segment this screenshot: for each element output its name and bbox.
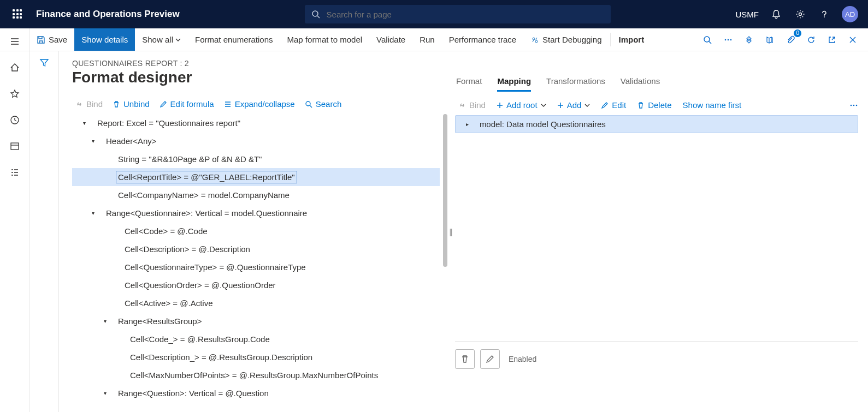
svg-point-6 [533,38,535,40]
edit-formula-label: Edit formula [170,99,214,109]
tree-node[interactable]: Cell<Code_> = @.ResultsGroup.Code [72,330,440,348]
list-icon [224,100,232,108]
tree-node[interactable]: Cell<Code> = @.Code [72,222,440,240]
save-label: Save [49,35,67,44]
global-search-input[interactable] [326,9,604,20]
tree-node[interactable]: Cell<ReportTitle> = @"GER_LABEL:ReportTi… [72,168,440,186]
nav-hamburger-icon[interactable] [4,31,26,52]
nav-workspaces-icon[interactable] [4,135,26,157]
map-icon[interactable] [760,28,780,51]
tree-node[interactable]: Cell<Active> = @.Active [72,294,440,312]
app-launcher-icon[interactable] [9,5,26,23]
avatar[interactable]: AD [842,6,858,22]
notifications-icon[interactable] [770,8,783,21]
tree-node[interactable]: Cell<QuestionOrder> = @.QuestionOrder [72,276,440,294]
property-delete-button[interactable] [455,349,475,369]
tree-node[interactable]: Cell<MaxNumberOfPoints> = @.ResultsGroup… [72,366,440,384]
tab-mapping[interactable]: Mapping [497,76,531,92]
attachments-icon[interactable]: 0 [781,28,800,51]
filter-icon[interactable] [39,58,49,412]
start-debug-label: Start Debugging [542,35,601,44]
tree-node[interactable]: Range<Questionnaire>: Vertical = model.Q… [72,204,440,222]
popout-icon[interactable] [822,28,842,51]
nav-favorites-icon[interactable] [4,83,26,105]
svg-line-9 [709,41,711,44]
tree-node[interactable]: Range<ResultsGroup> [72,312,440,330]
format-toolbar: Bind Unbind Edit formula Expand/collapse [72,96,447,114]
nav-home-icon[interactable] [4,57,26,79]
tree-node[interactable]: String = "&R&10Page &P of &N &D &T" [72,150,440,168]
tree-node[interactable]: Range<Question>: Vertical = @.Question [72,384,440,402]
global-search[interactable] [305,5,611,23]
performance-trace-button[interactable]: Performance trace [442,28,523,51]
edit-formula-button[interactable]: Edit formula [160,99,214,109]
format-tree[interactable]: Report: Excel = "Questionnaires report"H… [72,114,447,412]
tree-node[interactable]: Cell<Description_> = @.ResultsGroup.Desc… [72,348,440,366]
delete-icon [113,100,120,108]
caret-icon[interactable] [88,210,97,216]
settings-icon[interactable] [794,8,807,21]
show-details-label: Show details [81,35,128,44]
properties-bar: Enabled [455,341,858,412]
search-button[interactable]: Search [305,99,342,109]
company-label[interactable]: USMF [736,10,759,19]
tree-node-label: Range<ResultsGroup> [116,317,204,326]
add-root-button[interactable]: Add root [497,100,546,110]
mapping-toolbar: Bind Add root Add Edit [455,92,858,115]
plus-icon [497,102,503,109]
refresh-icon[interactable] [801,28,821,51]
tree-node[interactable]: Cell<QuestionnaireType> = @.Questionnair… [72,258,440,276]
diamond-icon[interactable] [739,28,759,51]
nav-modules-icon[interactable] [4,162,26,183]
caret-icon[interactable] [463,121,472,127]
delete-label: Delete [648,100,671,110]
datasource-tree[interactable]: model: Data model Questionnaires [455,115,858,341]
show-all-button[interactable]: Show all [135,28,188,51]
import-button[interactable]: Import [612,28,652,51]
svg-point-0 [312,11,318,16]
caret-icon[interactable] [80,120,88,126]
delete-button[interactable]: Delete [637,100,671,110]
run-button[interactable]: Run [412,28,442,51]
tree-node[interactable]: Cell<Description> = @.Description [72,240,440,258]
run-label: Run [420,35,435,44]
mapping-more-icon[interactable] [849,104,858,107]
svg-rect-5 [11,143,19,150]
search-action-icon[interactable] [698,28,717,51]
close-icon[interactable] [843,28,863,51]
show-name-label: Show name first [683,100,742,110]
unbind-button[interactable]: Unbind [113,99,150,109]
map-format-button[interactable]: Map format to model [280,28,370,51]
show-details-button[interactable]: Show details [74,28,135,51]
tree-node-label: Range<Questionnaire>: Vertical = model.Q… [104,208,309,218]
datasource-root-node[interactable]: model: Data model Questionnaires [455,115,858,133]
nav-recent-icon[interactable] [4,109,26,131]
tree-node[interactable]: Report: Excel = "Questionnaires report" [72,114,440,132]
svg-point-2 [799,13,802,16]
tab-transformations[interactable]: Transformations [546,76,605,92]
help-icon[interactable] [818,8,831,21]
tree-node[interactable]: Cell<CompanyName> = model.CompanyName [72,186,440,204]
edit-button[interactable]: Edit [601,100,626,110]
panel-splitter[interactable]: ‖ [447,51,455,412]
caret-icon[interactable] [88,138,97,144]
tab-validations[interactable]: Validations [621,76,660,92]
tab-format[interactable]: Format [456,76,482,92]
property-edit-button[interactable] [480,349,500,369]
start-debugging-button[interactable]: Start Debugging [523,28,609,51]
expand-collapse-button[interactable]: Expand/collapse [224,99,295,109]
caret-icon[interactable] [101,318,109,324]
svg-point-8 [704,37,710,42]
save-button[interactable]: Save [29,28,74,51]
format-enumerations-button[interactable]: Format enumerations [188,28,280,51]
map-format-label: Map format to model [287,35,363,44]
tree-node[interactable]: Header<Any> [72,132,440,150]
add-button[interactable]: Add [557,100,591,110]
bind-label: Bind [86,99,103,109]
more-actions-icon[interactable] [718,28,738,51]
show-name-first-button[interactable]: Show name first [683,100,742,110]
caret-icon[interactable] [101,390,109,396]
search-icon [311,10,320,19]
validate-button[interactable]: Validate [369,28,412,51]
tree-scrollbar[interactable] [443,114,447,267]
